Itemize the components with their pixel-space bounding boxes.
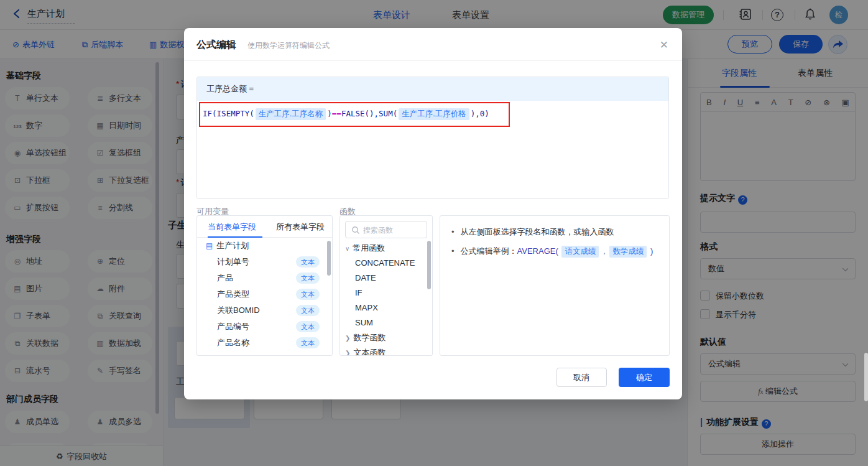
field-type-tag: 文本: [296, 289, 320, 300]
formula-field-pill[interactable]: 生产工序.工序名称: [256, 108, 326, 120]
variable-field-产品名称[interactable]: 产品名称文本: [197, 335, 332, 351]
tips-panel: •从左侧面板选择字段名和函数，或输入函数 •公式编辑举例：AVERAGE( 语文…: [440, 215, 670, 356]
field-type-tag: 文本: [296, 256, 320, 268]
formula-editor: 工序总金额 = IF(ISEMPTY(生产工序.工序名称)==FALSE(),S…: [196, 77, 669, 199]
page-scrollbar[interactable]: [864, 353, 868, 401]
formula-token: FALSE(),SUM(: [341, 109, 397, 118]
function-item-CONCATENATE[interactable]: CONCATENATE: [340, 256, 432, 271]
formula-token: IF(ISEMPTY(: [203, 109, 254, 118]
formula-expression[interactable]: IF(ISEMPTY(生产工序.工序名称)==FALSE(),SUM(生产工序.…: [203, 108, 489, 120]
variable-field-产品编号[interactable]: 产品编号文本: [197, 319, 332, 335]
function-search-input[interactable]: 搜索函数: [345, 221, 427, 238]
tab-all-form-fields[interactable]: 所有表单字段: [276, 221, 325, 233]
confirm-button[interactable]: 确定: [619, 368, 670, 387]
functions-scrollbar[interactable]: [427, 241, 431, 289]
modal-footer: 取消 确定: [556, 368, 670, 387]
document-icon: ▤: [206, 241, 213, 250]
field-type-tag: 文本: [296, 337, 320, 348]
app-root: 生产计划 表单设计 表单设置 数据管理 ? 检 ⊘表单外链⧉后端脚本▥数据权 预…: [0, 0, 868, 466]
formula-token: ),0): [471, 109, 489, 118]
modal-title: 公式编辑: [196, 39, 236, 52]
modal-header: 公式编辑 使用数学运算符编辑公式 ✕: [184, 28, 682, 61]
close-icon[interactable]: ✕: [660, 39, 668, 52]
chevron-down-icon: ∨: [345, 245, 349, 252]
field-type-tag: 文本: [296, 273, 320, 284]
formula-edit-modal: 公式编辑 使用数学运算符编辑公式 ✕ 工序总金额 = IF(ISEMPTY(生产…: [184, 28, 682, 399]
function-group-常用函数[interactable]: ∨常用函数: [340, 241, 432, 256]
tree-root-form[interactable]: ▤生产计划: [197, 238, 332, 254]
formula-field-pill[interactable]: 生产工序.工序价格: [399, 108, 469, 120]
tip-line-1: •从左侧面板选择字段名和函数，或输入函数: [451, 226, 658, 238]
variable-field-产品[interactable]: 产品文本: [197, 270, 332, 286]
search-placeholder: 搜索函数: [363, 225, 393, 236]
formula-target: 工序总金额 =: [197, 77, 668, 101]
formula-body[interactable]: IF(ISEMPTY(生产工序.工序名称)==FALSE(),SUM(生产工序.…: [197, 101, 668, 199]
tab-current-form-fields[interactable]: 当前表单字段: [208, 221, 256, 233]
variable-field-关联BOMID[interactable]: 关联BOMID文本: [197, 302, 332, 319]
tip-line-2: •公式编辑举例：AVERAGE( 语文成绩，数学成绩 ): [451, 246, 658, 258]
field-type-tag: 文本: [296, 305, 320, 316]
modal-subtitle: 使用数学运算符编辑公式: [247, 40, 330, 51]
variables-panel: 当前表单字段 所有表单字段 ▤生产计划计划单号文本产品文本产品类型文本关联BOM…: [196, 215, 333, 356]
variable-field-计划单号[interactable]: 计划单号文本: [197, 254, 332, 270]
function-item-IF[interactable]: IF: [340, 286, 432, 301]
cancel-button[interactable]: 取消: [556, 368, 607, 387]
function-item-SUM[interactable]: SUM: [340, 315, 432, 330]
variables-scrollbar[interactable]: [327, 241, 331, 276]
function-item-MAPX[interactable]: MAPX: [340, 301, 432, 315]
formula-token: ==: [332, 109, 341, 118]
variable-tabs: 当前表单字段 所有表单字段: [197, 216, 332, 238]
function-group-文本函数[interactable]: ❯文本函数: [340, 345, 432, 356]
chevron-right-icon: ❯: [345, 350, 350, 356]
field-type-tag: 文本: [296, 321, 320, 332]
chevron-right-icon: ❯: [345, 335, 350, 342]
variable-field-产品类型[interactable]: 产品类型文本: [197, 286, 332, 302]
formula-token: ): [327, 109, 332, 118]
functions-panel: 搜索函数 ∨常用函数CONCATENATEDATEIFMAPXSUM❯数学函数❯…: [339, 215, 433, 356]
function-item-DATE[interactable]: DATE: [340, 271, 432, 286]
function-group-数学函数[interactable]: ❯数学函数: [340, 330, 432, 345]
